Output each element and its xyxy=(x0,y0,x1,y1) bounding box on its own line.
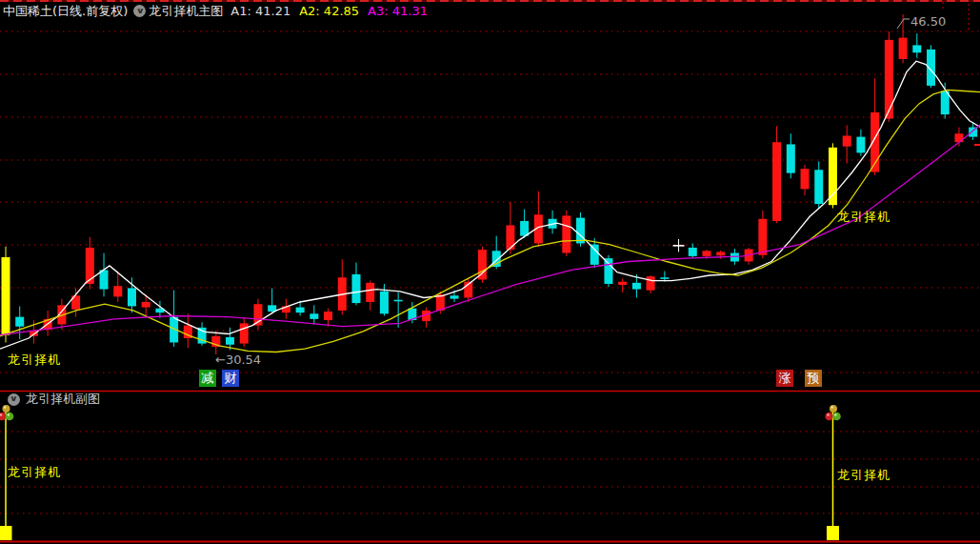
candle-body xyxy=(647,276,655,291)
candle-body xyxy=(226,337,234,345)
sub-indicator-name: 龙引择机副图 xyxy=(26,391,100,408)
candle-body xyxy=(15,317,24,327)
balloon-icon xyxy=(825,413,833,421)
candle-body xyxy=(394,300,403,302)
candle-body xyxy=(829,148,837,205)
candle-body xyxy=(772,142,781,221)
signal-label-sub-left: 龙引择机 xyxy=(8,464,61,481)
candle-body xyxy=(100,270,109,289)
candle-body xyxy=(380,292,389,313)
badge-reduce: 减 xyxy=(199,370,216,387)
candle-body xyxy=(128,288,136,306)
balloon-highlight xyxy=(8,413,10,415)
candle-body xyxy=(506,225,514,250)
candle-body xyxy=(2,257,10,335)
candle-body xyxy=(689,248,697,256)
candle-body xyxy=(142,302,150,308)
candle-body xyxy=(632,283,641,290)
candle-body xyxy=(450,295,459,298)
balloon-icon xyxy=(3,405,10,413)
candle-body xyxy=(86,248,94,284)
indicator-value-a2: A2: 42.85 xyxy=(299,4,359,18)
sub-indicator-dropdown-button[interactable]: ∨ xyxy=(8,393,20,406)
app-window: 中国稀土(日线.前复权) ∨ 龙引择机主图 A1: 41.21 A2: 42.8… xyxy=(0,0,980,544)
candle-body xyxy=(366,283,374,302)
indicator-value-a1: A1: 41.21 xyxy=(230,4,290,18)
candle-body xyxy=(324,312,332,320)
candle-body xyxy=(801,169,810,189)
candle-body xyxy=(352,274,361,303)
candle-body xyxy=(113,286,122,296)
chevron-down-icon: ∨ xyxy=(10,395,18,403)
balloon-icon xyxy=(832,413,841,421)
candle-body xyxy=(814,170,823,204)
candle-body xyxy=(899,38,908,59)
candle-body xyxy=(618,282,627,285)
candle-body xyxy=(660,277,669,279)
badge-rise: 涨 xyxy=(776,370,793,387)
badge-forecast: 预 xyxy=(805,370,822,387)
candle-body xyxy=(856,137,865,153)
main-indicator-name: 龙引择机主图 xyxy=(149,3,223,20)
balloon-highlight xyxy=(827,413,829,415)
symbol-label: 中国稀土(日线.前复权) xyxy=(3,3,128,20)
candle-body xyxy=(240,323,249,343)
signal-label-main-right: 龙引择机 xyxy=(837,209,890,226)
marker-square xyxy=(0,526,12,540)
chevron-down-icon: ∨ xyxy=(135,8,144,15)
balloon-icon xyxy=(6,413,14,421)
main-chart-canvas[interactable] xyxy=(0,0,980,544)
candle-body xyxy=(716,252,725,255)
signal-label-sub-right: 龙引择机 xyxy=(837,467,890,484)
top-border xyxy=(0,0,980,2)
candle-body xyxy=(758,219,767,255)
candlestick-series xyxy=(2,14,978,354)
candle-body xyxy=(673,245,685,247)
candle-body xyxy=(787,144,795,172)
candle-body xyxy=(912,45,921,52)
candle-body xyxy=(843,136,851,147)
low-price-annotation: ←30.54 xyxy=(215,353,261,367)
indicator-value-a3: A3: 41.31 xyxy=(368,4,428,18)
indicator-dropdown-button[interactable]: ∨ xyxy=(133,5,146,17)
ma-yellow-line xyxy=(0,90,980,352)
main-chart-header: 中国稀土(日线.前复权) ∨ 龙引择机主图 A1: 41.21 A2: 42.8… xyxy=(3,4,436,18)
candle-body xyxy=(885,40,893,119)
candle-body xyxy=(954,133,963,142)
candle-body xyxy=(604,258,612,284)
balloon-highlight xyxy=(834,413,836,415)
top-tick-marks xyxy=(943,2,969,31)
balloon-highlight xyxy=(4,406,6,408)
balloon-highlight xyxy=(831,406,833,408)
candle-body xyxy=(703,251,711,256)
balloon-icon xyxy=(830,405,837,413)
candle-body xyxy=(590,245,599,265)
candle-body xyxy=(492,251,501,267)
sub-chart-header: ∨ 龙引择机副图 xyxy=(8,393,100,406)
candle-body xyxy=(310,313,318,319)
signal-label-main-left: 龙引择机 xyxy=(8,352,61,369)
candle-body xyxy=(730,253,739,262)
candle-body xyxy=(296,308,305,313)
sub-signal-markers xyxy=(0,405,841,540)
candle-body xyxy=(520,221,529,236)
candle-body xyxy=(576,218,585,244)
high-price-annotation: 46.50 xyxy=(910,14,946,29)
badge-wealth: 财 xyxy=(222,370,239,387)
marker-square xyxy=(827,526,839,540)
candle-body xyxy=(562,215,570,252)
